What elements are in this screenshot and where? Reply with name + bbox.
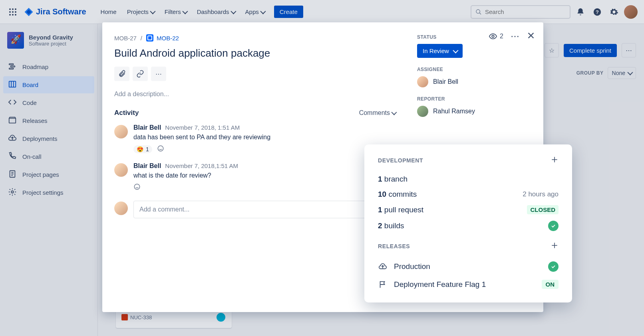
check-icon [548,221,559,231]
add-reaction-icon[interactable] [133,183,141,192]
release-row[interactable]: Production [378,257,559,276]
activity-heading: Activity [114,109,139,117]
svg-point-27 [492,35,494,38]
comment-avatar [114,125,128,138]
link-button[interactable] [133,67,148,81]
issue-toolbar: ⋯ [114,67,396,81]
status-badge: CLOSED [527,205,559,214]
release-row[interactable]: Deployment Feature Flag 1ON [378,276,559,293]
watch-count: 2 [500,33,503,40]
comment-author[interactable]: Blair Bell [133,162,161,170]
chevron-down-icon [392,109,396,117]
status-badge: ON [542,280,559,289]
comment-input[interactable]: Add a comment... [133,201,396,218]
parent-issue-link[interactable]: MOB-27 [114,35,137,42]
comment-author[interactable]: Blair Bell [133,124,161,131]
cloud-icon [378,262,388,271]
dev-row-pull-request[interactable]: 1 pull requestCLOSED [378,202,559,217]
dev-meta: 2 hours ago [523,190,559,198]
development-heading: DEVELOPMENT [378,157,423,164]
svg-point-26 [134,184,140,190]
dev-row-commits[interactable]: 10 commits2 hours ago [378,187,559,202]
reporter-avatar [417,106,428,117]
description-field[interactable]: Add a description... [114,91,396,98]
releases-heading: RELEASES [378,243,410,249]
comment: Blair BellNovember 7, 2018,1:51 AMwhat i… [114,162,396,192]
comment-reactions [133,183,396,192]
check-icon [548,261,559,272]
flag-icon [378,280,388,289]
comment-avatar [114,163,128,177]
more-actions-button[interactable]: ⋯ [151,67,166,81]
svg-point-25 [158,146,163,151]
comment-text: what is the date for review? [133,172,396,179]
dev-row-builds[interactable]: 2 builds [378,217,559,234]
current-user-avatar [114,202,128,215]
add-development-icon[interactable] [551,156,559,165]
dev-row-branch[interactable]: 1 branch [378,172,559,187]
current-issue-link[interactable]: MOB-22 [146,34,179,42]
add-release-icon[interactable] [551,241,559,251]
comment: Blair BellNovember 7, 2018, 1:51 AMdata … [114,124,396,154]
eye-icon [489,32,497,41]
breadcrumb: MOB-27 / MOB-22 [114,34,396,42]
assignee-label: ASSIGNEE [417,67,534,72]
issue-type-icon [146,34,153,42]
development-panel: DEVELOPMENT 1 branch10 commits2 hours ag… [364,144,572,302]
assignee-field[interactable]: Blair Bell [417,76,534,87]
attach-button[interactable] [114,67,129,81]
comment-text: data has been sent to PA and they are re… [133,134,396,141]
status-dropdown[interactable]: In Review [417,44,463,58]
reaction-pill[interactable]: 😍1 [133,145,152,153]
close-icon[interactable] [527,31,535,42]
reporter-label: REPORTER [417,96,534,102]
modal-more-icon[interactable]: ⋯ [511,31,519,42]
issue-title[interactable]: Build Android application package [114,47,396,59]
chevron-down-icon [453,47,457,54]
assignee-avatar [417,76,428,87]
activity-filter-dropdown[interactable]: Comments [359,109,396,117]
comment-time: November 7, 2018, 1:51 AM [165,124,240,131]
add-reaction-icon[interactable] [157,145,164,154]
watch-button[interactable]: 2 [489,32,503,41]
reporter-field[interactable]: Rahul Ramsey [417,106,534,117]
comment-reactions: 😍1 [133,145,396,154]
comment-time: November 7, 2018,1:51 AM [165,162,238,169]
